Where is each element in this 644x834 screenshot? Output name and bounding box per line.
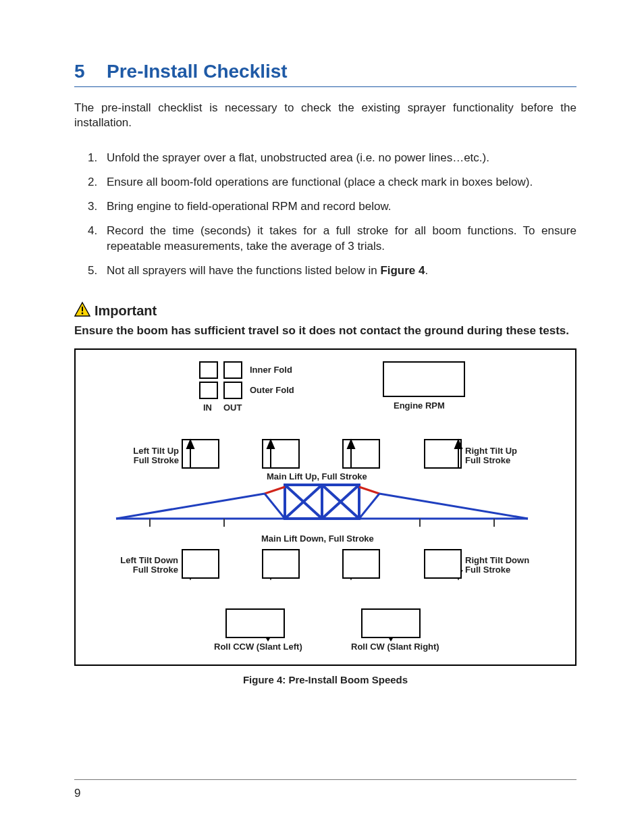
intro-paragraph: The pre-install checklist is necessary t… <box>74 101 576 130</box>
label-left-tilt-down-1: Left Tilt Down <box>106 555 178 565</box>
figure-caption: Figure 4: Pre-Install Boom Speeds <box>74 674 576 685</box>
checklist-item-4: Record the time (seconds) it takes for a… <box>88 224 576 253</box>
input-main-lift-down-left[interactable] <box>262 549 300 579</box>
checklist-item-5-prefix: Not all sprayers will have the functions… <box>107 264 380 277</box>
svg-rect-1 <box>82 307 83 311</box>
section-title-text: Pre-Install Checklist <box>107 61 288 82</box>
svg-marker-8 <box>348 440 354 448</box>
checklist-item-3: Bring engine to field-operational RPM an… <box>88 199 576 214</box>
label-roll-ccw: Roll CCW (Slant Left) <box>214 642 302 652</box>
checklist-item-1: Unfold the sprayer over a flat, unobstru… <box>88 151 576 165</box>
svg-point-2 <box>82 312 84 314</box>
checklist-item-2: Ensure all boom-fold operations are func… <box>88 175 576 190</box>
svg-marker-4 <box>187 440 194 448</box>
figure-4-diagram: Inner Fold Outer Fold IN OUT Engine RPM … <box>74 348 576 666</box>
svg-line-18 <box>359 487 379 494</box>
svg-line-20 <box>379 494 528 519</box>
section-heading: 5 Pre-Install Checklist <box>74 61 576 87</box>
important-heading: Important <box>95 303 157 319</box>
important-text: Ensure the boom has sufficient travel so… <box>74 323 576 339</box>
label-right-tilt-down-2: Full Stroke <box>465 565 510 575</box>
boom-schematic <box>76 350 575 666</box>
important-heading-row: Important <box>74 301 576 321</box>
input-roll-ccw[interactable] <box>225 608 285 638</box>
checklist-item-5: Not all sprayers will have the functions… <box>88 263 576 278</box>
label-main-lift-down: Main Lift Down, Full Stroke <box>261 533 374 544</box>
svg-marker-6 <box>267 440 274 448</box>
label-right-tilt-down-1: Right Tilt Down <box>465 555 529 565</box>
input-right-tilt-down[interactable] <box>424 549 462 579</box>
input-left-tilt-down[interactable] <box>182 549 219 579</box>
svg-line-17 <box>265 487 285 494</box>
svg-marker-10 <box>455 440 462 448</box>
warning-icon <box>74 301 90 321</box>
input-main-lift-down-right[interactable] <box>342 549 380 579</box>
input-roll-cw[interactable] <box>361 608 421 638</box>
label-roll-cw: Roll CW (Slant Right) <box>351 642 439 652</box>
checklist-item-5-suffix: . <box>425 264 429 277</box>
footer-rule <box>74 779 576 780</box>
svg-line-19 <box>116 494 265 519</box>
label-left-tilt-down-2: Full Stroke <box>106 565 178 575</box>
section-number: 5 <box>74 61 88 82</box>
checklist: Unfold the sprayer over a flat, unobstru… <box>74 141 576 288</box>
checklist-item-5-figure-ref: Figure 4 <box>380 264 425 277</box>
page-number: 9 <box>74 787 576 800</box>
